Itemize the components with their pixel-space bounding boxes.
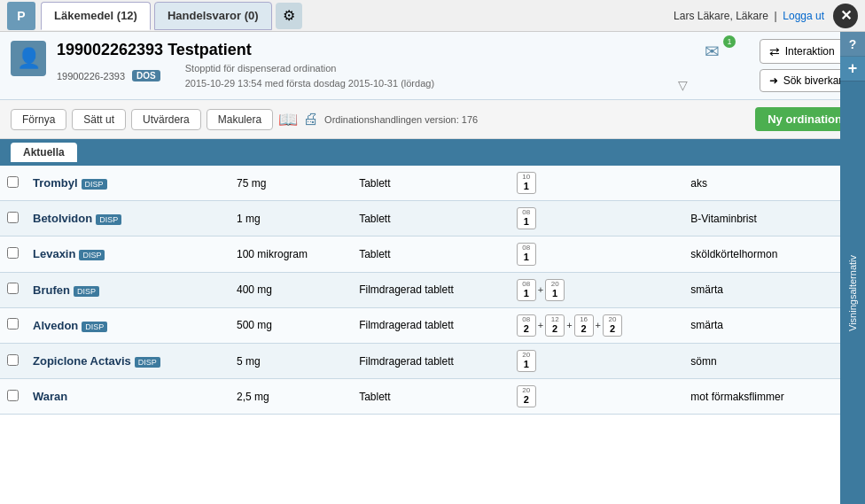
user-info: Lars Läkare, Läkare | Logga ut bbox=[674, 10, 824, 22]
table-row: Zopiclone ActavisDISP5 mgFilmdragerad ta… bbox=[0, 343, 865, 378]
dose-time: 12 bbox=[551, 316, 559, 323]
doses-container: 081 bbox=[516, 242, 677, 266]
tab-handelsvaror[interactable]: Handelsvaror (0) bbox=[154, 2, 272, 30]
row-checkbox[interactable] bbox=[7, 212, 19, 223]
main-content: 👤 199002262393 Testpatient 19900226-2393… bbox=[0, 32, 865, 504]
help-button[interactable]: ? bbox=[840, 32, 865, 57]
patient-id: 19900226-2393 bbox=[57, 71, 125, 81]
dose-time: 20 bbox=[522, 387, 530, 394]
row-checkbox[interactable] bbox=[7, 354, 19, 366]
dose-value: 2 bbox=[524, 394, 529, 406]
book-icon[interactable]: 📖 bbox=[278, 110, 298, 129]
med-name: Alvedon bbox=[33, 319, 78, 332]
med-name-cell: Waran bbox=[26, 379, 230, 415]
row-checkbox-cell bbox=[0, 166, 26, 201]
row-checkbox[interactable] bbox=[7, 390, 19, 401]
utvardera-button[interactable]: Utvärdera bbox=[131, 109, 201, 130]
row-checkbox-cell bbox=[0, 236, 26, 272]
patient-name: 199002262393 Testpatient bbox=[57, 41, 434, 59]
visning-alternativ-button[interactable]: Visningsalternativ bbox=[840, 81, 865, 504]
row-checkbox[interactable] bbox=[7, 176, 19, 188]
tabs-row: Aktuella bbox=[0, 139, 865, 166]
disp-badge: DISP bbox=[74, 286, 99, 297]
add-button[interactable]: + bbox=[840, 57, 865, 81]
right-panel: ? + Visningsalternativ bbox=[840, 32, 865, 504]
stop-label: Stopptid för dispenserad ordination bbox=[185, 61, 434, 76]
dose-amount-cell: 5 mg bbox=[230, 343, 352, 378]
stop-info: Stopptid för dispenserad ordination 2015… bbox=[185, 61, 434, 90]
schedule-cell: 081+201 bbox=[509, 272, 684, 307]
dose-chip: 201 bbox=[545, 279, 565, 301]
dose-chip: 202 bbox=[517, 385, 536, 407]
medication-table: TrombylDISP75 mgTablett101aks⚠Betolvidon… bbox=[0, 166, 865, 415]
dose-chip: 081 bbox=[517, 243, 536, 265]
toolbar: Förnya Sätt ut Utvärdera Makulera 📖 🖨 Or… bbox=[0, 100, 865, 139]
med-name-cell: AlvedonDISP bbox=[26, 307, 230, 343]
makulera-button[interactable]: Makulera bbox=[207, 109, 273, 130]
schedule-cell: 081 bbox=[509, 236, 684, 272]
med-name: Brufen bbox=[33, 283, 70, 297]
tab-lakemedel-label: Läkemedel (12) bbox=[54, 9, 137, 22]
form-cell: Tablett bbox=[352, 236, 509, 272]
message-icon[interactable]: ✉ bbox=[705, 41, 720, 62]
dose-value: 1 bbox=[524, 359, 529, 370]
user-name: Lars Läkare, Läkare bbox=[674, 10, 768, 22]
dose-amount-cell: 500 mg bbox=[230, 307, 352, 343]
row-checkbox-cell bbox=[0, 201, 26, 236]
disp-badge: DISP bbox=[96, 214, 121, 225]
dose-amount-cell: 400 mg bbox=[230, 272, 352, 307]
med-name: Trombyl bbox=[33, 176, 78, 190]
satt-ut-button[interactable]: Sätt ut bbox=[72, 109, 126, 130]
logout-link[interactable]: Logga ut bbox=[783, 10, 824, 22]
print-icon[interactable]: 🖨 bbox=[303, 110, 319, 128]
patient-icon: 👤 bbox=[11, 41, 46, 76]
disp-badge: DISP bbox=[82, 322, 107, 332]
dose-plus: + bbox=[538, 320, 543, 330]
med-name-cell: LevaxinDISP bbox=[26, 236, 230, 272]
table-row: Waran2,5 mgTablett202mot förmaksflimmer⚠ bbox=[0, 379, 865, 415]
dose-time: 10 bbox=[522, 174, 530, 181]
sok-label: Sök biverkan bbox=[783, 74, 845, 87]
arrows-icon: ⇄ bbox=[769, 44, 780, 58]
close-button[interactable]: ✕ bbox=[833, 4, 858, 28]
dose-plus: + bbox=[538, 284, 543, 295]
dose-chip: 201 bbox=[517, 350, 536, 372]
med-name-cell: Zopiclone ActavisDISP bbox=[26, 343, 230, 378]
med-name-cell: BetolvidonDISP bbox=[26, 201, 230, 236]
tab-lakemedel[interactable]: Läkemedel (12) bbox=[41, 2, 151, 30]
indication-cell: mot förmaksflimmer bbox=[683, 379, 838, 415]
message-badge: 1 bbox=[723, 35, 736, 48]
row-checkbox[interactable] bbox=[7, 318, 19, 330]
form-cell: Tablett bbox=[352, 166, 509, 201]
dose-value: 2 bbox=[581, 323, 587, 335]
dose-chip: 081 bbox=[517, 207, 536, 229]
schedule-cell: 202 bbox=[509, 379, 684, 415]
expand-arrow[interactable]: ▽ bbox=[678, 78, 688, 92]
dose-time: 20 bbox=[609, 316, 617, 323]
dose-chip: 082 bbox=[517, 314, 536, 337]
patient-header: 👤 199002262393 Testpatient 19900226-2393… bbox=[0, 32, 865, 100]
tab-aktuella[interactable]: Aktuella bbox=[11, 143, 77, 162]
row-checkbox[interactable] bbox=[7, 283, 19, 294]
dose-value: 2 bbox=[610, 323, 615, 335]
med-name-cell: BrufenDISP bbox=[26, 272, 230, 307]
top-bar: P Läkemedel (12) Handelsvaror (0) ⚙ Lars… bbox=[0, 0, 865, 32]
indication-cell: smärta bbox=[683, 272, 838, 307]
dose-time: 08 bbox=[522, 244, 530, 252]
app-logo: P bbox=[7, 2, 35, 30]
dose-value: 2 bbox=[524, 323, 529, 335]
disp-badge: DISP bbox=[82, 179, 107, 190]
doses-container: 201 bbox=[516, 349, 677, 373]
settings-icon-btn[interactable]: ⚙ bbox=[276, 3, 302, 29]
row-checkbox[interactable] bbox=[7, 247, 19, 259]
dose-time: 08 bbox=[522, 316, 530, 323]
table-row: AlvedonDISP500 mgFilmdragerad tablett082… bbox=[0, 307, 865, 343]
schedule-cell: 201 bbox=[509, 343, 684, 378]
row-checkbox-cell bbox=[0, 272, 26, 307]
stop-date: 2015-10-29 13:54 med första dosdag 2015-… bbox=[185, 76, 434, 91]
dose-time: 08 bbox=[522, 209, 530, 216]
fornya-button[interactable]: Förnya bbox=[11, 109, 66, 130]
table-row: TrombylDISP75 mgTablett101aks⚠ bbox=[0, 166, 865, 201]
indication-cell: smärta bbox=[683, 307, 838, 343]
arrow-icon: ➜ bbox=[769, 74, 778, 87]
